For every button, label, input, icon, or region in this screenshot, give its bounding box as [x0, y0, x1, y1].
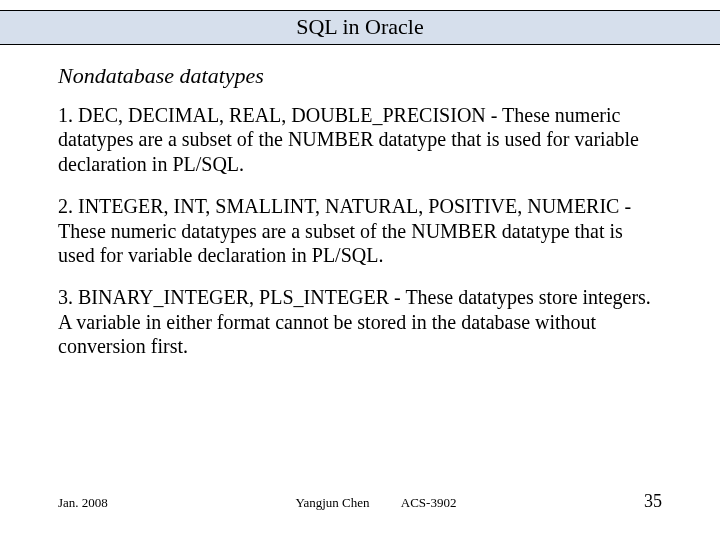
footer-center: Yangjun Chen ACS-3902 [108, 495, 644, 511]
slide-title-bar: SQL in Oracle [0, 10, 720, 45]
paragraph-1: 1. DEC, DECIMAL, REAL, DOUBLE_PRECISION … [58, 103, 662, 176]
footer-page-number: 35 [644, 491, 662, 512]
footer-date: Jan. 2008 [58, 495, 108, 511]
slide-title: SQL in Oracle [296, 14, 423, 39]
footer-course: ACS-3902 [401, 495, 457, 510]
footer-author: Yangjun Chen [295, 495, 369, 510]
paragraph-3: 3. BINARY_INTEGER, PLS_INTEGER - These d… [58, 285, 662, 358]
slide-content: Nondatabase datatypes 1. DEC, DECIMAL, R… [0, 45, 720, 359]
paragraph-2: 2. INTEGER, INT, SMALLINT, NATURAL, POSI… [58, 194, 662, 267]
section-heading: Nondatabase datatypes [58, 63, 662, 89]
slide-footer: Jan. 2008 Yangjun Chen ACS-3902 35 [0, 491, 720, 512]
